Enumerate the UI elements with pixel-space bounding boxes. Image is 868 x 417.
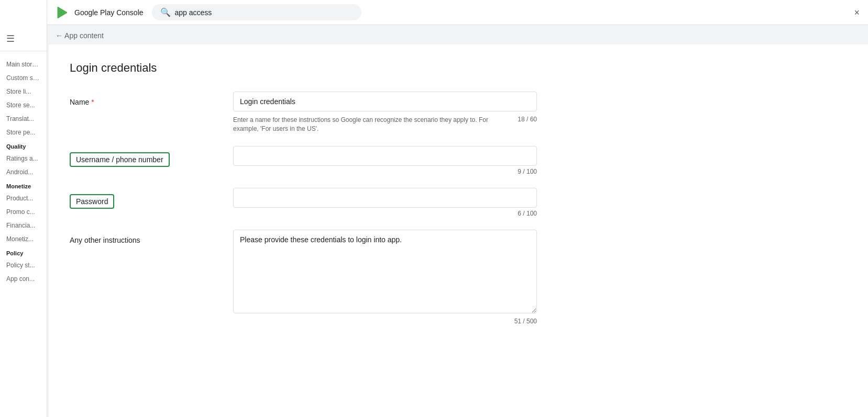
name-label: Name *	[70, 92, 216, 106]
sidebar-item-promo[interactable]: Promo c...	[0, 205, 47, 219]
username-char-count: 9 / 100	[233, 168, 537, 175]
sidebar-item-main-store-listing[interactable]: Main store listing	[0, 58, 47, 71]
password-input[interactable]	[233, 188, 537, 208]
username-label-container: Username / phone number	[70, 146, 216, 167]
form-row-name: Name * Enter a name for these instructio…	[70, 92, 847, 133]
instructions-field-wrapper: Please provide these credentials to logi…	[233, 230, 537, 325]
name-help-text: Enter a name for these instructions so G…	[233, 116, 513, 133]
form-row-username: Username / phone number 9 / 100	[70, 146, 847, 175]
modal-title: Login credentials	[70, 61, 847, 75]
instructions-char-count: 51 / 500	[233, 318, 537, 325]
sidebar-item-store-pe[interactable]: Store pe...	[0, 126, 47, 139]
sidebar-item-policy-st[interactable]: Policy st...	[0, 258, 47, 272]
form-row-password: Password 6 / 100	[70, 188, 847, 217]
sidebar-item-custom-store-listings[interactable]: Custom store listings	[0, 71, 47, 85]
sidebar-item-android[interactable]: Android...	[0, 165, 47, 179]
name-char-count: 18 / 60	[518, 116, 537, 123]
search-icon: 🔍	[160, 7, 171, 17]
name-input[interactable]	[233, 92, 537, 111]
sidebar-section-quality: Quality	[0, 139, 47, 152]
sidebar-top: ☰	[0, 26, 47, 51]
sidebar-item-translat[interactable]: Translat...	[0, 112, 47, 126]
username-field-wrapper: 9 / 100	[233, 146, 537, 175]
top-bar: Google Play Console 🔍 ×	[47, 0, 868, 25]
play-logo-icon	[56, 5, 70, 20]
password-char-count: 6 / 100	[233, 210, 537, 217]
instructions-textarea[interactable]: Please provide these credentials to logi…	[233, 230, 537, 313]
name-field-wrapper: Enter a name for these instructions so G…	[233, 92, 537, 133]
sidebar-item-store-li[interactable]: Store li...	[0, 85, 47, 98]
sidebar-section-policy: Policy	[0, 246, 47, 258]
sidebar: ☰ Main store listing Custom store listin…	[0, 0, 47, 417]
password-label-badge: Password	[70, 194, 114, 209]
instructions-label: Any other instructions	[70, 230, 216, 244]
sidebar-item-ratings[interactable]: Ratings a...	[0, 152, 47, 165]
search-bar[interactable]: 🔍	[152, 4, 361, 20]
password-field-wrapper: 6 / 100	[233, 188, 537, 217]
required-marker: *	[91, 98, 94, 106]
breadcrumb: ← App content	[47, 25, 868, 46]
sidebar-item-product[interactable]: Product...	[0, 191, 47, 205]
back-link[interactable]: ← App content	[56, 31, 104, 40]
sidebar-item-store-se[interactable]: Store se...	[0, 98, 47, 112]
sidebar-main: Main store listing Custom store listings…	[0, 53, 47, 286]
sidebar-item-financia[interactable]: Financia...	[0, 219, 47, 232]
password-label-container: Password	[70, 188, 216, 209]
modal-dialog: Login credentials Name * Enter a name fo…	[49, 44, 868, 417]
sidebar-item-monetiz[interactable]: Monetiz...	[0, 232, 47, 246]
form-row-instructions: Any other instructions Please provide th…	[70, 230, 847, 325]
logo-text: Google Play Console	[74, 8, 144, 17]
close-button[interactable]: ×	[854, 7, 860, 18]
logo-area: Google Play Console	[56, 5, 144, 20]
username-input[interactable]	[233, 146, 537, 166]
sidebar-item-app-con[interactable]: App con...	[0, 272, 47, 286]
sidebar-section-monetize: Monetize	[0, 179, 47, 191]
search-input[interactable]	[175, 8, 353, 17]
username-label-badge: Username / phone number	[70, 152, 170, 167]
menu-icon[interactable]: ☰	[6, 33, 15, 44]
